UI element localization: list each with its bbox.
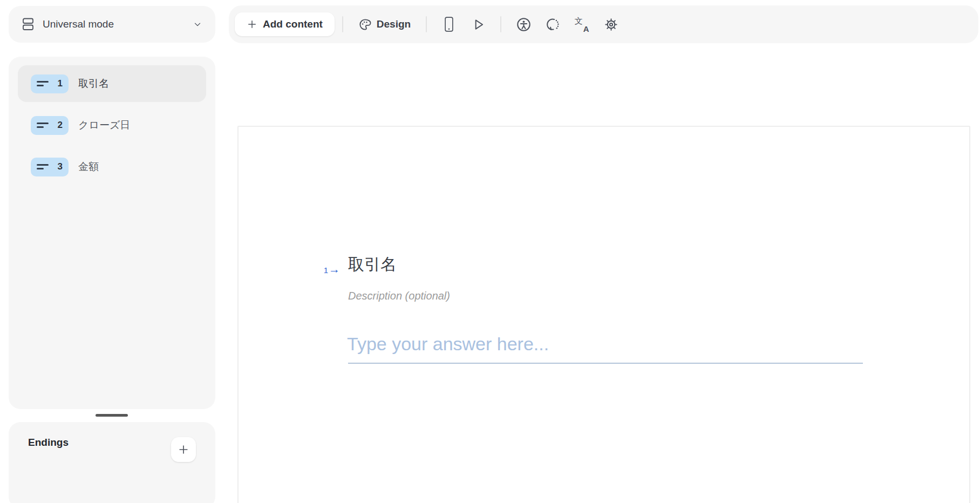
add-content-label: Add content <box>263 18 323 30</box>
chevron-down-icon <box>193 19 202 29</box>
panel-resize-handle[interactable] <box>96 414 128 417</box>
question-number-badge: 1 <box>50 78 63 89</box>
question-preview-canvas: 1→ 取引名 Description (optional) Type your … <box>237 126 970 503</box>
palette-icon <box>358 18 372 31</box>
sidebar-question-1[interactable]: 1 取引名 <box>18 65 206 102</box>
toolbar: Add content Design <box>229 5 978 43</box>
mode-selector-label: Universal mode <box>43 18 193 30</box>
accessibility-icon <box>516 17 531 32</box>
phone-icon <box>443 16 455 33</box>
translate-icon: 文 A <box>575 17 589 32</box>
question-number-badge: 3 <box>50 161 63 172</box>
gear-icon <box>604 17 618 32</box>
question-title[interactable]: 取引名 <box>348 253 397 276</box>
questions-sidebar: 1 取引名 2 クローズ日 3 金額 <box>9 57 215 409</box>
design-label: Design <box>377 18 411 30</box>
question-type-badge: 3 <box>31 158 69 176</box>
question-description[interactable]: Description (optional) <box>348 290 450 302</box>
endings-title: Endings <box>28 437 69 448</box>
question-label: クローズ日 <box>78 118 130 132</box>
version-history-button[interactable] <box>540 12 565 37</box>
question-type-badge: 1 <box>31 74 69 93</box>
add-ending-button[interactable] <box>171 437 196 462</box>
mode-selector[interactable]: Universal mode <box>9 6 215 43</box>
toolbar-divider <box>426 16 427 32</box>
short-text-icon <box>37 81 50 86</box>
answer-input[interactable]: Type your answer here... <box>347 332 549 356</box>
short-text-icon <box>37 164 50 169</box>
answer-underline <box>348 363 863 364</box>
short-text-icon <box>37 123 50 128</box>
question-type-badge: 2 <box>31 116 69 135</box>
universal-mode-icon <box>22 17 35 31</box>
question-number-badge: 2 <box>50 120 63 131</box>
endings-panel: Endings <box>9 422 215 503</box>
question-label: 金額 <box>78 160 99 174</box>
add-content-button[interactable]: Add content <box>235 12 335 36</box>
toolbar-divider <box>342 16 343 32</box>
translate-button[interactable]: 文 A <box>569 12 594 37</box>
play-icon <box>471 17 485 31</box>
preview-button[interactable] <box>466 12 491 37</box>
plus-icon <box>178 444 189 456</box>
sidebar-question-3[interactable]: 3 金額 <box>18 148 206 185</box>
sidebar-question-2[interactable]: 2 クローズ日 <box>18 107 206 144</box>
arrow-right-icon: → <box>329 263 340 275</box>
settings-button[interactable] <box>598 12 623 37</box>
mobile-preview-button[interactable] <box>437 12 461 37</box>
plus-icon <box>247 19 257 30</box>
toolbar-divider <box>500 16 501 32</box>
question-label: 取引名 <box>78 77 109 91</box>
question-number-arrow: 1→ <box>314 263 340 276</box>
history-icon <box>546 17 560 32</box>
design-button[interactable]: Design <box>351 12 418 36</box>
accessibility-button[interactable] <box>511 12 536 37</box>
